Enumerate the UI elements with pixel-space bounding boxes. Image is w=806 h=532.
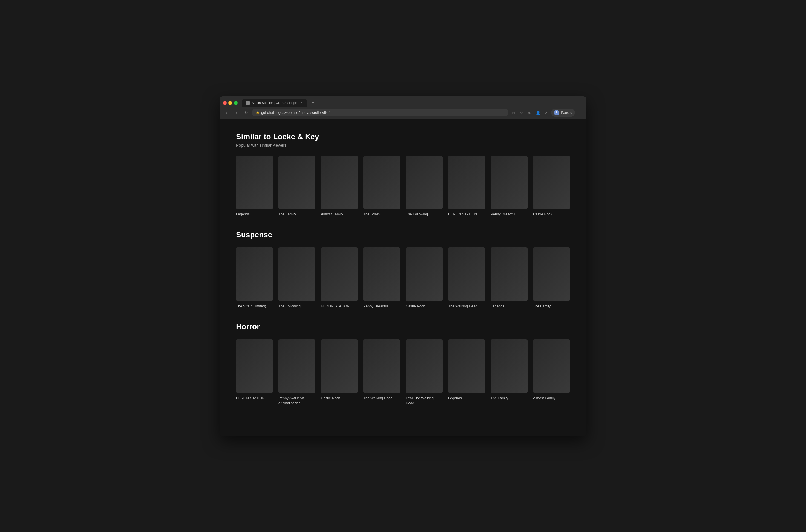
minimize-button[interactable]: [228, 101, 232, 105]
list-item: Penny Dreadful: [491, 156, 528, 217]
section-suspense-title: Suspense: [236, 230, 570, 239]
list-item: The Family: [491, 339, 528, 405]
section-horror: Horror BERLIN STATION Penny Awful: An or…: [236, 322, 570, 405]
media-title: Almost Family: [321, 212, 358, 217]
list-item: Fear The Walking Dead: [406, 339, 443, 405]
media-title: Fear The Walking Dead: [406, 396, 443, 405]
media-title: Penny Dreadful: [491, 212, 528, 217]
media-title: The Walking Dead: [448, 304, 485, 309]
list-item: Almost Family: [533, 339, 570, 405]
media-title: Legends: [236, 212, 273, 217]
paused-avatar: P: [554, 110, 559, 115]
share-icon[interactable]: ↗: [543, 110, 549, 116]
navigation-bar: ‹ › ↻ 🔒 gui-challenges.web.app/media-scr…: [220, 107, 586, 119]
media-title: Castle Rock: [321, 396, 358, 401]
media-title: The Family: [278, 212, 315, 217]
media-title: The Family: [533, 304, 570, 309]
media-card[interactable]: [491, 247, 528, 301]
media-card[interactable]: [321, 339, 358, 393]
page-content: Similar to Locke & Key Popular with simi…: [220, 119, 586, 436]
media-card[interactable]: [236, 339, 273, 393]
back-button[interactable]: ‹: [223, 109, 230, 117]
browser-chrome: Media Scroller | GUI Challenge ✕ + ‹ › ↻…: [220, 96, 586, 119]
tab-favicon-icon: [246, 101, 250, 105]
media-card[interactable]: [533, 247, 570, 301]
list-item: Castle Rock: [533, 156, 570, 217]
profile-icon[interactable]: 👤: [535, 110, 541, 116]
media-title: Castle Rock: [406, 304, 443, 309]
media-title: The Following: [278, 304, 315, 309]
media-card[interactable]: [406, 247, 443, 301]
media-title: Legends: [491, 304, 528, 309]
lock-icon: 🔒: [256, 111, 260, 114]
media-card[interactable]: [533, 339, 570, 393]
horror-media-grid: BERLIN STATION Penny Awful: An original …: [236, 339, 570, 405]
paused-label: Paused: [561, 111, 572, 115]
media-card[interactable]: [236, 156, 273, 209]
extension-icon[interactable]: ⊕: [526, 110, 533, 116]
list-item: Penny Dreadful: [363, 247, 400, 309]
media-card[interactable]: [448, 156, 485, 209]
media-card[interactable]: [278, 247, 315, 301]
reload-button[interactable]: ↻: [243, 109, 250, 117]
new-tab-button[interactable]: +: [309, 99, 317, 107]
media-title: Almost Family: [533, 396, 570, 401]
media-card[interactable]: [406, 156, 443, 209]
media-card[interactable]: [363, 156, 400, 209]
more-options-icon[interactable]: ⋮: [577, 110, 583, 116]
media-card[interactable]: [491, 339, 528, 393]
media-title: BERLIN STATION: [236, 396, 273, 401]
media-card[interactable]: [363, 339, 400, 393]
traffic-lights: [223, 101, 238, 105]
media-title: Penny Awful: An original series: [278, 396, 315, 405]
media-title: Castle Rock: [533, 212, 570, 217]
list-item: Castle Rock: [321, 339, 358, 405]
media-title: Penny Dreadful: [363, 304, 400, 309]
list-item: The Family: [278, 156, 315, 217]
media-card[interactable]: [406, 339, 443, 393]
section-similar-subtitle: Popular with similar viewers: [236, 143, 570, 148]
tab-bar: Media Scroller | GUI Challenge ✕ +: [220, 96, 586, 107]
maximize-button[interactable]: [234, 101, 238, 105]
forward-button[interactable]: ›: [233, 109, 240, 117]
media-title: BERLIN STATION: [448, 212, 485, 217]
list-item: The Walking Dead: [363, 339, 400, 405]
list-item: Legends: [448, 339, 485, 405]
list-item: BERLIN STATION: [321, 247, 358, 309]
media-card[interactable]: [278, 156, 315, 209]
media-card[interactable]: [491, 156, 528, 209]
list-item: BERLIN STATION: [236, 339, 273, 405]
list-item: The Family: [533, 247, 570, 309]
section-suspense: Suspense The Strain (limited) The Follow…: [236, 230, 570, 309]
address-bar[interactable]: 🔒 gui-challenges.web.app/media-scroller/…: [252, 109, 508, 116]
tab-close-icon[interactable]: ✕: [299, 101, 303, 105]
list-item: Legends: [236, 156, 273, 217]
media-card[interactable]: [533, 156, 570, 209]
list-item: The Strain: [363, 156, 400, 217]
list-item: The Following: [278, 247, 315, 309]
media-card[interactable]: [363, 247, 400, 301]
list-item: Legends: [491, 247, 528, 309]
nav-right-icons: ⊡ ☆ ⊕ 👤 ↗ P Paused ⋮: [510, 109, 583, 117]
list-item: The Following: [406, 156, 443, 217]
bookmark-icon[interactable]: ☆: [518, 110, 525, 116]
suspense-media-grid: The Strain (limited) The Following BERLI…: [236, 247, 570, 309]
media-title: The Family: [491, 396, 528, 401]
media-card[interactable]: [236, 247, 273, 301]
url-text: gui-challenges.web.app/media-scroller/di…: [261, 111, 329, 115]
media-title: BERLIN STATION: [321, 304, 358, 309]
media-card[interactable]: [321, 156, 358, 209]
close-button[interactable]: [223, 101, 227, 105]
cast-icon[interactable]: ⊡: [510, 110, 517, 116]
section-similar: Similar to Locke & Key Popular with simi…: [236, 132, 570, 217]
media-card[interactable]: [448, 339, 485, 393]
list-item: Almost Family: [321, 156, 358, 217]
media-title: The Strain (limited): [236, 304, 273, 309]
active-tab[interactable]: Media Scroller | GUI Challenge ✕: [242, 99, 307, 107]
media-card[interactable]: [278, 339, 315, 393]
paused-button[interactable]: P Paused: [551, 109, 575, 117]
similar-media-grid: Legends The Family Almost Family The Str…: [236, 156, 570, 217]
media-card[interactable]: [448, 247, 485, 301]
media-card[interactable]: [321, 247, 358, 301]
browser-window: Media Scroller | GUI Challenge ✕ + ‹ › ↻…: [220, 96, 586, 436]
